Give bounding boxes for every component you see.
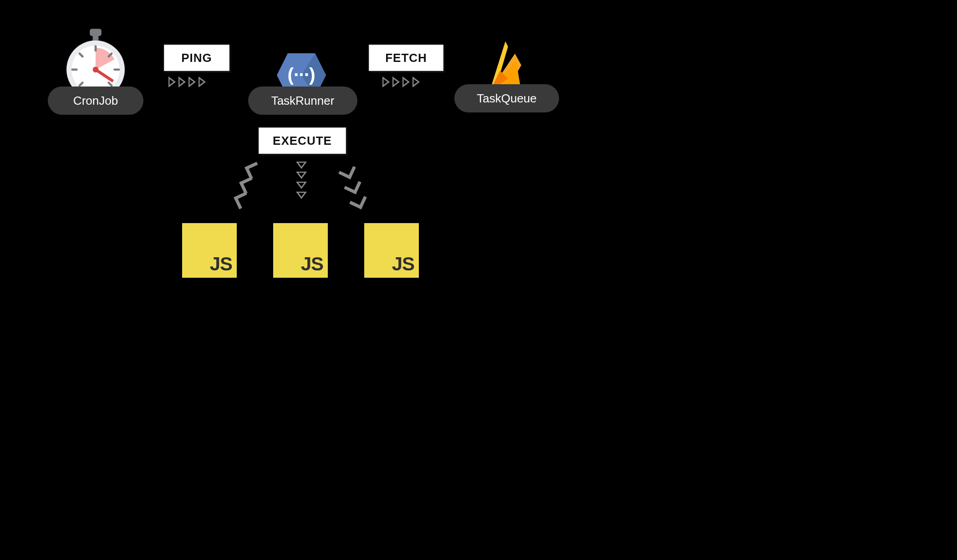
node-cronjob-label: CronJob: [73, 94, 118, 108]
js-task-2: JS: [273, 223, 328, 278]
edge-ping-label: PING: [164, 45, 229, 71]
svg-rect-1: [93, 35, 99, 41]
arrow-ping: [168, 76, 206, 87]
edge-execute-label: EXECUTE: [259, 127, 346, 154]
node-taskqueue-label: TaskQueue: [477, 92, 537, 106]
node-taskrunner: TaskRunner: [248, 87, 357, 115]
node-cronjob: CronJob: [48, 87, 143, 115]
arrow-execute-left: [234, 162, 262, 209]
node-taskqueue: TaskQueue: [454, 84, 559, 112]
diagram-canvas: CronJob PING (···) TaskRunner FETCH Task…: [0, 0, 663, 372]
svg-point-13: [93, 66, 99, 72]
arrow-fetch: [382, 76, 420, 87]
javascript-icon: JS: [392, 253, 414, 275]
arrow-execute-right: [339, 162, 367, 209]
js-task-1: JS: [182, 223, 237, 278]
svg-text:(···): (···): [287, 64, 315, 85]
node-taskrunner-label: TaskRunner: [271, 94, 335, 108]
javascript-icon: JS: [210, 253, 232, 275]
arrow-execute-center: [296, 162, 307, 199]
javascript-icon: JS: [301, 253, 323, 275]
js-task-3: JS: [364, 223, 419, 278]
edge-fetch-label: FETCH: [369, 45, 443, 71]
